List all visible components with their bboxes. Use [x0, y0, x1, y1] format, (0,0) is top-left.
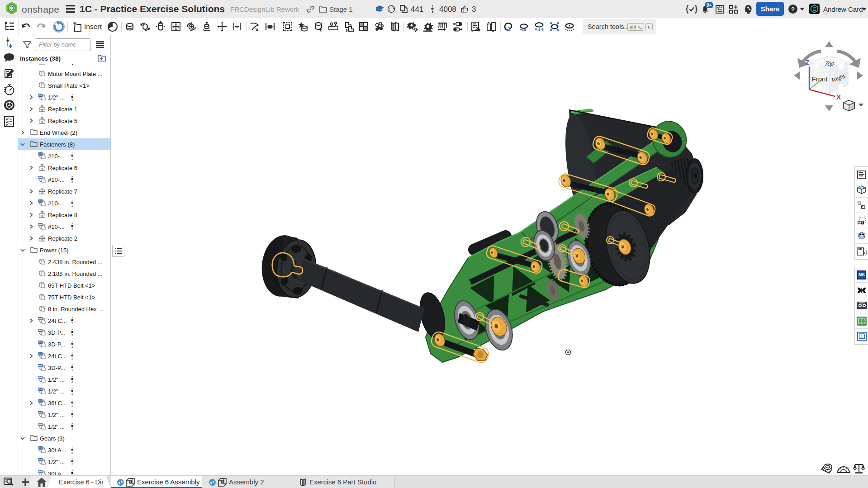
svg-text:?: ? [791, 6, 795, 13]
svg-text:Front: Front [811, 75, 828, 83]
svg-text:Z: Z [805, 58, 809, 66]
svg-text:X: X [836, 93, 841, 101]
svg-text:x): x) [863, 249, 867, 256]
